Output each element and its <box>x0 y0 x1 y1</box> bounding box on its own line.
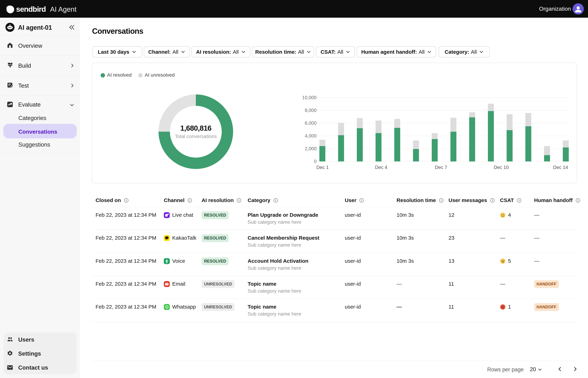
svg-text:6,000: 6,000 <box>305 121 316 126</box>
svg-text:Dec 10: Dec 10 <box>494 165 509 170</box>
svg-text:10,000: 10,000 <box>302 95 316 100</box>
svg-text:8,000: 8,000 <box>305 108 316 113</box>
svg-text:Dec 7: Dec 7 <box>435 165 447 170</box>
svg-text:Dec 1: Dec 1 <box>316 165 329 170</box>
svg-text:4,000: 4,000 <box>305 133 316 138</box>
svg-text:2,000: 2,000 <box>305 146 316 151</box>
svg-text:0: 0 <box>314 159 316 164</box>
svg-text:Dec 14: Dec 14 <box>553 165 568 170</box>
svg-text:Dec 4: Dec 4 <box>375 165 387 170</box>
